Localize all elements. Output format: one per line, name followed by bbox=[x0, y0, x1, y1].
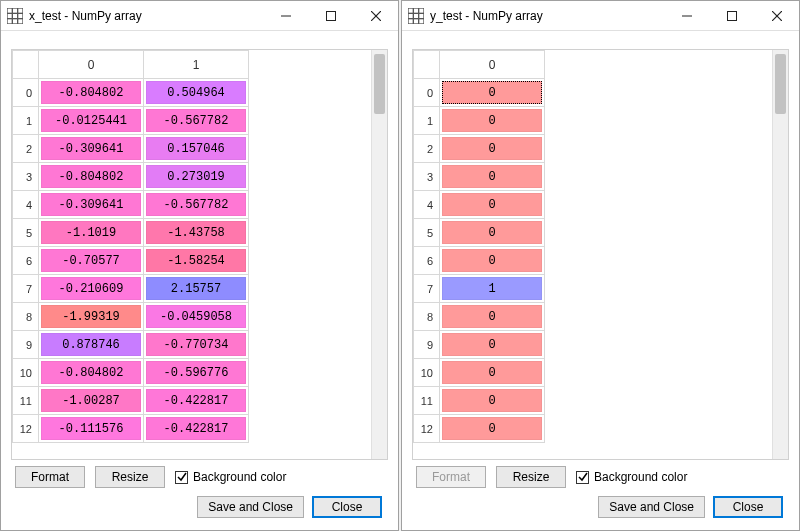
data-cell[interactable]: 0 bbox=[440, 79, 545, 107]
data-cell[interactable]: -0.422817 bbox=[144, 387, 249, 415]
row-header[interactable]: 11 bbox=[13, 387, 39, 415]
row-header[interactable]: 10 bbox=[13, 359, 39, 387]
row-header[interactable]: 4 bbox=[414, 191, 440, 219]
array-table[interactable]: 000102030405060718090100110120 bbox=[413, 50, 545, 443]
row-header[interactable]: 8 bbox=[414, 303, 440, 331]
vertical-scrollbar[interactable] bbox=[371, 50, 387, 459]
data-cell[interactable]: 0 bbox=[440, 135, 545, 163]
row-header[interactable]: 11 bbox=[414, 387, 440, 415]
data-cell[interactable]: 0 bbox=[440, 415, 545, 443]
table-row: 50 bbox=[414, 219, 545, 247]
resize-button[interactable]: Resize bbox=[95, 466, 165, 488]
save-and-close-button[interactable]: Save and Close bbox=[598, 496, 705, 518]
row-header[interactable]: 1 bbox=[13, 107, 39, 135]
data-cell[interactable]: -0.804802 bbox=[39, 359, 144, 387]
maximize-button[interactable] bbox=[709, 1, 754, 30]
table-row: 40 bbox=[414, 191, 545, 219]
data-cell[interactable]: -0.70577 bbox=[39, 247, 144, 275]
row-header[interactable]: 3 bbox=[13, 163, 39, 191]
data-cell[interactable]: -0.309641 bbox=[39, 135, 144, 163]
vertical-scrollbar[interactable] bbox=[772, 50, 788, 459]
close-button[interactable]: Close bbox=[713, 496, 783, 518]
data-cell[interactable]: 0 bbox=[440, 387, 545, 415]
column-header[interactable]: 0 bbox=[39, 51, 144, 79]
data-cell[interactable]: -1.1019 bbox=[39, 219, 144, 247]
data-cell[interactable]: 0 bbox=[440, 219, 545, 247]
data-cell[interactable]: -0.804802 bbox=[39, 163, 144, 191]
data-cell[interactable]: 0 bbox=[440, 303, 545, 331]
data-cell[interactable]: 0 bbox=[440, 107, 545, 135]
row-header[interactable]: 2 bbox=[13, 135, 39, 163]
row-header[interactable]: 5 bbox=[414, 219, 440, 247]
minimize-button[interactable] bbox=[664, 1, 709, 30]
titlebar[interactable]: x_test - NumPy array bbox=[1, 1, 398, 31]
row-header[interactable]: 12 bbox=[414, 415, 440, 443]
format-button[interactable]: Format bbox=[15, 466, 85, 488]
background-color-checkbox[interactable]: Background color bbox=[175, 470, 286, 484]
table-row: 71 bbox=[414, 275, 545, 303]
data-cell[interactable]: -0.422817 bbox=[144, 415, 249, 443]
resize-button[interactable]: Resize bbox=[496, 466, 566, 488]
data-cell[interactable]: 0.273019 bbox=[144, 163, 249, 191]
table-row: 11-1.00287-0.422817 bbox=[13, 387, 249, 415]
row-header[interactable]: 5 bbox=[13, 219, 39, 247]
minimize-button[interactable] bbox=[263, 1, 308, 30]
content: 000102030405060718090100110120FormatResi… bbox=[402, 31, 799, 530]
data-cell[interactable]: 0.504964 bbox=[144, 79, 249, 107]
maximize-button[interactable] bbox=[308, 1, 353, 30]
save-and-close-button[interactable]: Save and Close bbox=[197, 496, 304, 518]
data-cell[interactable]: -1.00287 bbox=[39, 387, 144, 415]
column-header[interactable]: 0 bbox=[440, 51, 545, 79]
data-cell[interactable]: 0.878746 bbox=[39, 331, 144, 359]
data-cell[interactable]: 0 bbox=[440, 247, 545, 275]
row-header[interactable]: 8 bbox=[13, 303, 39, 331]
row-header[interactable]: 7 bbox=[414, 275, 440, 303]
close-window-button[interactable] bbox=[754, 1, 799, 30]
data-cell[interactable]: 2.15757 bbox=[144, 275, 249, 303]
close-window-button[interactable] bbox=[353, 1, 398, 30]
column-header[interactable]: 1 bbox=[144, 51, 249, 79]
row-header[interactable]: 9 bbox=[414, 331, 440, 359]
row-header[interactable]: 3 bbox=[414, 163, 440, 191]
row-header[interactable]: 1 bbox=[414, 107, 440, 135]
row-header[interactable]: 7 bbox=[13, 275, 39, 303]
checkbox-box bbox=[175, 471, 188, 484]
table-row: 1-0.0125441-0.567782 bbox=[13, 107, 249, 135]
row-header[interactable]: 9 bbox=[13, 331, 39, 359]
row-header[interactable]: 6 bbox=[13, 247, 39, 275]
row-header[interactable]: 10 bbox=[414, 359, 440, 387]
background-color-checkbox[interactable]: Background color bbox=[576, 470, 687, 484]
row-header[interactable]: 4 bbox=[13, 191, 39, 219]
svg-rect-9 bbox=[408, 8, 424, 24]
data-cell[interactable]: 0 bbox=[440, 331, 545, 359]
data-cell[interactable]: -0.111576 bbox=[39, 415, 144, 443]
row-header[interactable]: 2 bbox=[414, 135, 440, 163]
row-header[interactable]: 0 bbox=[13, 79, 39, 107]
data-cell[interactable]: -0.210609 bbox=[39, 275, 144, 303]
data-cell[interactable]: 0 bbox=[440, 359, 545, 387]
close-button[interactable]: Close bbox=[312, 496, 382, 518]
scrollbar-thumb[interactable] bbox=[775, 54, 786, 114]
data-cell[interactable]: 0 bbox=[440, 163, 545, 191]
data-cell[interactable]: -0.0459058 bbox=[144, 303, 249, 331]
data-cell[interactable]: -1.58254 bbox=[144, 247, 249, 275]
data-cell[interactable]: -0.567782 bbox=[144, 107, 249, 135]
data-cell[interactable]: -1.99319 bbox=[39, 303, 144, 331]
data-cell[interactable]: 1 bbox=[440, 275, 545, 303]
data-cell[interactable]: -0.0125441 bbox=[39, 107, 144, 135]
data-cell[interactable]: 0 bbox=[440, 191, 545, 219]
data-cell[interactable]: -0.309641 bbox=[39, 191, 144, 219]
data-cell[interactable]: -1.43758 bbox=[144, 219, 249, 247]
row-header[interactable]: 12 bbox=[13, 415, 39, 443]
titlebar[interactable]: y_test - NumPy array bbox=[402, 1, 799, 31]
data-cell[interactable]: -0.770734 bbox=[144, 331, 249, 359]
data-cell[interactable]: -0.567782 bbox=[144, 191, 249, 219]
data-cell[interactable]: -0.804802 bbox=[39, 79, 144, 107]
scrollbar-thumb[interactable] bbox=[374, 54, 385, 114]
data-cell[interactable]: 0.157046 bbox=[144, 135, 249, 163]
array-table[interactable]: 010-0.8048020.5049641-0.0125441-0.567782… bbox=[12, 50, 249, 443]
row-header[interactable]: 0 bbox=[414, 79, 440, 107]
data-cell[interactable]: -0.596776 bbox=[144, 359, 249, 387]
row-header[interactable]: 6 bbox=[414, 247, 440, 275]
table-row: 10 bbox=[414, 107, 545, 135]
